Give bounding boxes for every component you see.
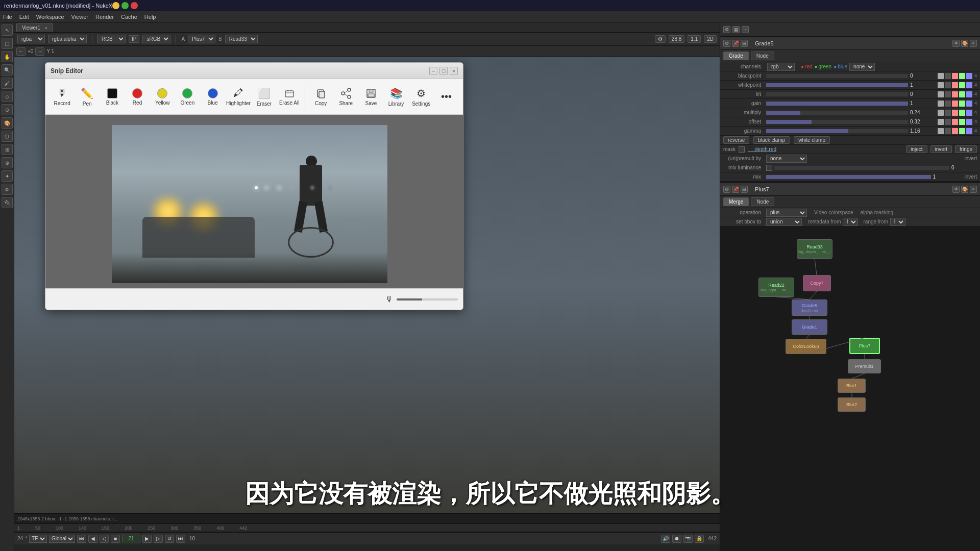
gm-g-btn[interactable] — [959, 128, 965, 134]
tool-cursor[interactable]: ↖ — [2, 24, 13, 36]
tool-3d[interactable]: ⬡ — [2, 131, 13, 142]
operation-select[interactable]: plus over multiply screen — [766, 209, 807, 217]
tool-node[interactable]: ⊞ — [2, 144, 13, 155]
lift-bar[interactable] — [766, 92, 908, 96]
snip-tool-share[interactable]: Share — [334, 82, 357, 112]
offset-bar[interactable] — [766, 120, 908, 124]
invert-btn[interactable]: invert — [930, 145, 952, 153]
mu-grey-btn[interactable] — [945, 110, 951, 116]
gm-grey-btn[interactable] — [945, 128, 951, 134]
tool-plugin[interactable]: 🔌 — [2, 197, 13, 208]
rp-settings-icon[interactable]: ⚙ — [723, 26, 730, 33]
tab-node[interactable]: Node — [751, 52, 774, 60]
tool-color[interactable]: 🎨 — [2, 117, 13, 129]
plus7-pin-icon[interactable]: 📌 — [732, 186, 739, 193]
plus7-expand-icon[interactable]: ⊞ — [741, 186, 748, 193]
snip-tool-eraseall[interactable]: Erase All — [278, 82, 301, 112]
menu-cache[interactable]: Cache — [121, 14, 137, 20]
grade-icon-pin[interactable]: 📌 — [732, 40, 739, 47]
snip-tool-save[interactable]: Save — [359, 82, 382, 112]
channel-select[interactable]: rgba red green blue alpha — [17, 35, 45, 43]
colorspace-select[interactable]: RGB sRGB — [97, 35, 126, 43]
tab-close-icon[interactable]: × — [45, 26, 47, 31]
grade-icon-expand[interactable]: ⊞ — [741, 40, 748, 47]
inject-btn[interactable]: inject — [906, 145, 927, 153]
lf-white-btn[interactable] — [938, 91, 944, 97]
snip-title-bar[interactable]: Snip Editor − □ × — [45, 63, 463, 79]
node-graph[interactable]: Read33 fog_depth_...nk_... Read22 fog_li… — [720, 227, 980, 551]
viewer-tab-1[interactable]: Viewer1 × — [16, 23, 53, 32]
mask-checkbox[interactable] — [739, 146, 745, 153]
a-node-select[interactable]: Plus7 — [188, 35, 215, 43]
of-grey-btn[interactable] — [945, 119, 951, 125]
rp-view-icon[interactable]: ▦ — [732, 26, 740, 33]
snip-close-btn[interactable]: × — [450, 67, 458, 75]
menu-file[interactable]: File — [3, 14, 12, 20]
step-back-btn[interactable]: ◀ — [88, 535, 97, 543]
bp-r-btn[interactable] — [952, 73, 958, 79]
tool-particle[interactable]: ✦ — [2, 170, 13, 182]
mix-bar[interactable] — [766, 175, 931, 179]
global-select[interactable]: Global — [49, 535, 75, 543]
black-clamp-btn[interactable]: black clamp — [753, 136, 790, 144]
mode-btn[interactable]: 2D — [704, 35, 717, 43]
wp-r-btn[interactable] — [952, 82, 958, 88]
menu-viewer[interactable]: Viewer — [71, 14, 88, 20]
lf-b-btn[interactable] — [966, 91, 972, 97]
wp-g-btn[interactable] — [959, 82, 965, 88]
tool-zoom[interactable]: 🔍 — [2, 64, 13, 76]
lock-btn[interactable]: 🔒 — [695, 535, 704, 543]
of-g-btn[interactable] — [959, 119, 965, 125]
node-blur1[interactable]: Blur1 — [838, 379, 866, 393]
mu-b-btn[interactable] — [966, 110, 972, 116]
snip-tool-eraser[interactable]: ⬜ Eraser — [253, 82, 276, 112]
snip-tool-copy[interactable]: Copy — [309, 82, 332, 112]
node-plus7[interactable]: Plus7 — [849, 338, 880, 354]
snip-tool-library[interactable]: 📚 Library — [385, 82, 408, 112]
gamma-bar[interactable] — [766, 129, 908, 133]
wp-b-btn[interactable] — [966, 82, 972, 88]
mu-g-btn[interactable] — [959, 110, 965, 116]
bp-g-btn[interactable] — [959, 73, 965, 79]
go-end-btn[interactable]: ⏭ — [176, 535, 185, 543]
unpremult-select[interactable]: none — [766, 155, 807, 163]
current-frame[interactable]: 21 — [122, 535, 140, 542]
ga-b-btn[interactable] — [966, 101, 972, 107]
alpha-channel-select[interactable]: none — [849, 63, 875, 71]
tab-merge-node[interactable]: Node — [751, 197, 774, 206]
tab-merge[interactable]: Merge — [723, 197, 749, 206]
node-premult1[interactable]: Premult1 — [848, 359, 881, 373]
tool-track[interactable]: ⊕ — [2, 157, 13, 168]
node-blur2[interactable]: Blur2 — [838, 397, 866, 412]
bp-b-btn[interactable] — [966, 73, 972, 79]
mix-lum-bar[interactable] — [774, 166, 949, 170]
snip-tool-black[interactable]: Black — [101, 82, 124, 112]
gm-r-btn[interactable] — [952, 128, 958, 134]
snap-btn[interactable]: 📷 — [683, 535, 693, 543]
menu-help[interactable]: Help — [144, 14, 156, 20]
grade-viewer-icon[interactable]: 👁 — [952, 40, 960, 47]
bbox-select[interactable]: union — [766, 218, 802, 226]
gm-b-btn[interactable] — [966, 128, 972, 134]
settings-btn[interactable]: ⚙ — [655, 35, 666, 43]
tool-shape[interactable]: ◇ — [2, 91, 13, 102]
tf-select[interactable]: TF — [29, 535, 47, 543]
mix-invert[interactable]: invert — [965, 174, 977, 180]
snip-tool-green[interactable]: Green — [176, 82, 199, 112]
channel-blue-toggle[interactable]: ● blue — [834, 64, 847, 69]
plus7-viewer-icon[interactable]: 👁 — [952, 186, 960, 193]
frame-back-btn[interactable]: ← — [16, 47, 26, 56]
tool-roto[interactable]: ⊙ — [2, 104, 13, 115]
snip-tool-red[interactable]: Red — [126, 82, 149, 112]
bp-grey-btn[interactable] — [945, 73, 951, 79]
blackpoint-bar[interactable] — [766, 74, 908, 78]
play-fwd-btn[interactable]: ▶ — [142, 535, 152, 543]
node-read33-top[interactable]: Read33 fog_depth_...nk_... — [797, 239, 832, 259]
stop-btn[interactable]: ■ — [111, 535, 120, 543]
close-button[interactable] — [131, 2, 138, 9]
maximize-button[interactable] — [121, 2, 129, 9]
snip-tool-highlighter[interactable]: 🖍 Highlighter — [226, 82, 251, 112]
tool-pan[interactable]: ✋ — [2, 51, 13, 62]
lf-r-btn[interactable] — [952, 91, 958, 97]
lf-g-btn[interactable] — [959, 91, 965, 97]
